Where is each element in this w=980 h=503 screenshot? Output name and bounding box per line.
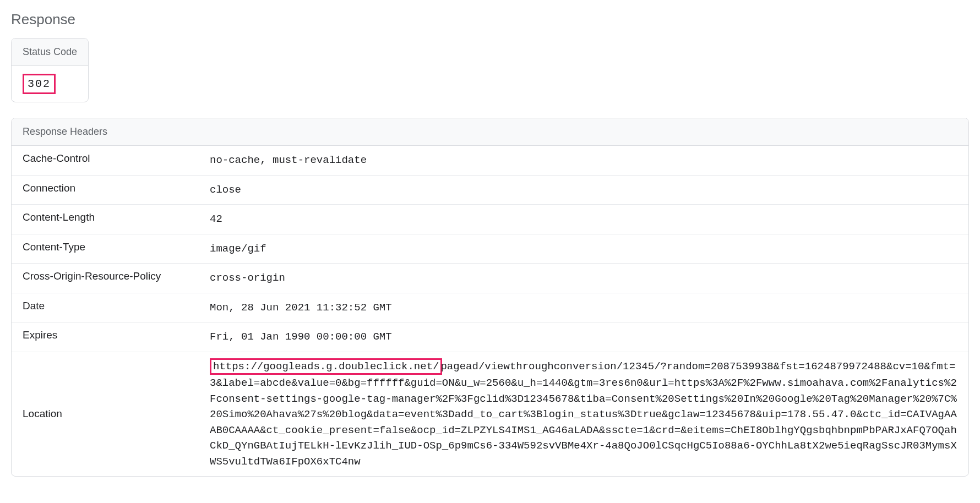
header-row: Content-Type image/gif (12, 234, 968, 264)
header-name: Content-Length (12, 205, 210, 230)
status-code-value: 302 (28, 78, 51, 90)
header-value: cross-origin (210, 264, 968, 293)
header-name: Content-Type (12, 234, 210, 260)
header-row: Cache-Control no-cache, must-revalidate (12, 146, 968, 176)
header-value: no-cache, must-revalidate (210, 146, 968, 175)
header-row: Cross-Origin-Resource-Policy cross-origi… (12, 264, 968, 293)
header-row: Connection close (12, 176, 968, 205)
header-row: Expires Fri, 01 Jan 1990 00:00:00 GMT (12, 322, 968, 352)
location-highlight: https://googleads.g.doubleclick.net/ (210, 358, 442, 375)
response-headers-panel: Response Headers Cache-Control no-cache,… (11, 118, 969, 477)
status-code-panel: Status Code 302 (11, 38, 89, 102)
header-value: Mon, 28 Jun 2021 11:32:52 GMT (210, 293, 968, 322)
status-code-highlight: 302 (23, 74, 56, 94)
header-name: Date (12, 293, 210, 319)
header-name-location: Location (12, 401, 210, 427)
header-name: Cross-Origin-Resource-Policy (12, 264, 210, 289)
header-row: Content-Length 42 (12, 205, 968, 234)
header-value: Fri, 01 Jan 1990 00:00:00 GMT (210, 322, 968, 352)
response-section-title: Response (11, 11, 969, 28)
header-row: Date Mon, 28 Jun 2021 11:32:52 GMT (12, 293, 968, 323)
header-row-location: Location https://googleads.g.doubleclick… (12, 352, 968, 477)
header-name: Cache-Control (12, 146, 210, 171)
header-value-location: https://googleads.g.doubleclick.net/page… (210, 352, 968, 477)
location-highlight-text: https://googleads.g.doubleclick.net/ (213, 360, 439, 373)
header-value: close (210, 176, 968, 205)
location-rest: pagead/viewthroughconversion/12345/?rand… (210, 360, 957, 468)
header-name: Connection (12, 176, 210, 201)
header-name: Expires (12, 322, 210, 348)
status-code-label: Status Code (12, 39, 88, 66)
header-value: image/gif (210, 234, 968, 264)
header-value: 42 (210, 205, 968, 234)
response-headers-title: Response Headers (12, 118, 968, 146)
status-code-body: 302 (12, 66, 88, 102)
